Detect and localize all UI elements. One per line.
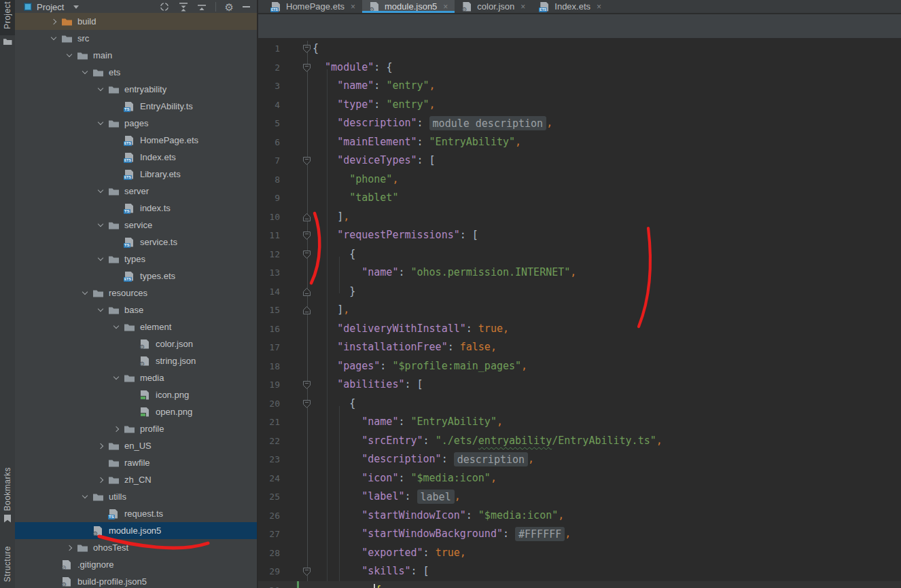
chevron-expanded-icon[interactable]: [61, 54, 77, 56]
tree-item-build-profile-json5[interactable]: ⚙build-profile.json5: [15, 573, 257, 588]
code-text: ],: [313, 208, 349, 227]
tree-item-resources[interactable]: resources: [15, 284, 257, 301]
tab-color-json[interactable]: ⚙color.json×: [455, 0, 532, 13]
tree-item-label: Index.ets: [140, 152, 176, 162]
tree-item-homepage-ets[interactable]: ETSHomePage.ets: [15, 132, 257, 149]
locate-icon[interactable]: [159, 1, 170, 12]
tree-item-service[interactable]: service: [15, 217, 257, 234]
expand-all-icon[interactable]: [179, 2, 188, 12]
chevron-expanded-icon[interactable]: [92, 258, 108, 260]
close-icon[interactable]: ×: [351, 2, 355, 12]
tree-item-element[interactable]: element: [15, 318, 257, 335]
tree-item-types-ets[interactable]: ETStypes.ets: [15, 268, 257, 284]
ets-file-icon: ETS: [270, 1, 282, 12]
fold-gutter: [280, 338, 313, 357]
tree-item-types[interactable]: types: [15, 251, 257, 268]
settings-gear-icon[interactable]: ⚙: [225, 2, 234, 12]
fold-close-icon[interactable]: [302, 213, 311, 222]
chevron-expanded-icon[interactable]: [77, 292, 92, 294]
chevron-expanded-icon[interactable]: [92, 224, 108, 226]
line-number: 5: [258, 114, 280, 133]
chevron-collapsed-icon[interactable]: [61, 546, 77, 550]
fold-gutter: [280, 375, 313, 394]
tree-item-string-json[interactable]: ⚙string.json: [15, 352, 257, 369]
tree-item-gitignore[interactable]: ⊘.gitignore: [15, 556, 257, 573]
fold-open-icon[interactable]: [302, 399, 311, 409]
chevron-collapsed-icon[interactable]: [46, 20, 61, 24]
tree-item-en-us[interactable]: en_US: [15, 437, 257, 454]
tab-homepage-ets[interactable]: ETSHomePage.ets×: [264, 0, 362, 13]
close-icon[interactable]: ×: [597, 2, 601, 12]
project-stripe-label: Project: [3, 1, 12, 29]
tree-item-library-ets[interactable]: ETSLibrary.ets: [15, 166, 257, 183]
tree-item-label: rawfile: [124, 458, 150, 468]
tree-item-open-png[interactable]: open.png: [15, 403, 257, 420]
code-text: {: [313, 39, 319, 58]
folder-icon: [77, 543, 88, 553]
tree-item-build[interactable]: build: [15, 13, 257, 30]
tree-item-main[interactable]: main: [15, 47, 257, 64]
chevron-expanded-icon[interactable]: [92, 88, 108, 90]
tab-module-json5[interactable]: ⚙module.json5×: [362, 0, 455, 13]
tree-item-media[interactable]: media: [15, 369, 257, 386]
fold-open-icon[interactable]: [302, 231, 311, 240]
tree-item-icon-png[interactable]: icon.png: [15, 386, 257, 403]
tree-item-ets[interactable]: ets: [15, 64, 257, 81]
tree-item-index-ts[interactable]: TSindex.ts: [15, 200, 257, 217]
chevron-down-icon[interactable]: [73, 5, 79, 9]
tool-button-bookmarks[interactable]: Bookmarks: [0, 467, 15, 526]
tree-item-ohostest[interactable]: ohosTest: [15, 539, 257, 556]
fold-open-icon[interactable]: [302, 63, 311, 73]
line-number: 12: [258, 245, 280, 264]
tree-item-base[interactable]: base: [15, 301, 257, 318]
chevron-expanded-icon[interactable]: [77, 496, 92, 498]
tree-item-label: pages: [124, 118, 148, 128]
folder-icon: [92, 492, 104, 502]
fold-open-icon[interactable]: [302, 380, 311, 390]
tree-item-src[interactable]: src: [15, 30, 257, 47]
tree-item-profile[interactable]: profile: [15, 420, 257, 437]
hide-panel-icon[interactable]: [243, 6, 250, 7]
tool-button-structure[interactable]: Structure: [0, 546, 15, 588]
chevron-expanded-icon[interactable]: [92, 122, 108, 124]
tree-item-service-ts[interactable]: TSservice.ts: [15, 234, 257, 251]
chevron-collapsed-icon[interactable]: [108, 427, 124, 431]
chevron-expanded-icon[interactable]: [77, 71, 92, 73]
tool-button-project[interactable]: Project: [0, 0, 15, 35]
fold-open-icon[interactable]: [302, 44, 311, 54]
tree-item-color-json[interactable]: ⚙color.json: [15, 335, 257, 352]
chevron-collapsed-icon[interactable]: [92, 444, 108, 448]
code-editor[interactable]: 1{2 "module": {3 "name": "entry",4 "type…: [258, 38, 901, 588]
fold-open-icon[interactable]: [302, 250, 311, 259]
tree-item-entryability-ts[interactable]: TSEntryAbility.ts: [15, 98, 257, 115]
tree-item-entryability[interactable]: entryability: [15, 81, 257, 98]
close-icon[interactable]: ×: [520, 2, 525, 12]
tree-item-rawfile[interactable]: rawfile: [15, 454, 257, 471]
tree-item-label: types: [124, 254, 145, 264]
tab-index-ets[interactable]: ETSIndex.ets×: [532, 0, 608, 13]
fold-open-icon[interactable]: [302, 567, 311, 576]
tree-item-request-ts[interactable]: TSrequest.ts: [15, 505, 257, 522]
chevron-expanded-icon[interactable]: [92, 309, 108, 311]
tree-item-pages[interactable]: pages: [15, 115, 257, 132]
close-icon[interactable]: ×: [443, 2, 448, 12]
fold-close-icon[interactable]: [302, 306, 311, 315]
tree-item-index-ets[interactable]: ETSIndex.ets: [15, 149, 257, 166]
fold-open-icon[interactable]: [302, 156, 311, 166]
chevron-expanded-icon[interactable]: [46, 37, 61, 39]
fold-gutter: [280, 114, 313, 133]
fold-close-icon[interactable]: [302, 287, 311, 297]
tree-item-module-json5[interactable]: ⚙module.json5: [15, 522, 257, 539]
chevron-expanded-icon[interactable]: [92, 190, 108, 192]
chevron-expanded-icon[interactable]: [108, 326, 124, 328]
fold-gutter: [280, 507, 313, 526]
ts-file-icon: TS: [108, 509, 120, 519]
tree-item-server[interactable]: server: [15, 183, 257, 200]
chevron-expanded-icon[interactable]: [108, 377, 124, 379]
code-text: "abilities": [: [313, 375, 423, 394]
code-line-22: 22 "srcEntry": "./ets/entryability/Entry…: [258, 432, 901, 451]
chevron-collapsed-icon[interactable]: [92, 478, 108, 482]
tree-item-utills[interactable]: utills: [15, 488, 257, 505]
collapse-all-icon[interactable]: [197, 2, 207, 12]
tree-item-zh-cn[interactable]: zh_CN: [15, 471, 257, 488]
